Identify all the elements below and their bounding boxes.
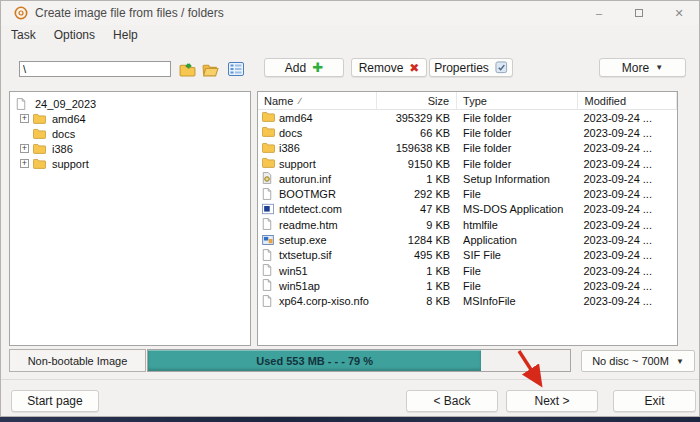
file-row-i386[interactable]: i386159638 KBFile folder2023-09-24 ... [258,141,677,156]
file-size: 9150 KB [377,158,457,170]
file-modified: 2023-09-24 ... [578,203,677,215]
file-name: setup.exe [279,234,327,246]
folder-tree-panel: 24_09_2023+amd64docs+i386+support [9,91,251,346]
file-row-win51ap[interactable]: win51ap1 KBFile2023-09-24 ... [258,278,677,293]
column-header-name[interactable]: Name∕ [258,92,377,109]
file-name: support [279,158,316,170]
file-type: Application [457,234,578,246]
file-modified: 2023-09-24 ... [578,219,677,231]
file-name: BOOTMGR [279,188,336,200]
disc-capacity-value: No disc ~ 700M [592,355,669,367]
file-size: 159638 KB [377,142,457,154]
menu-help[interactable]: Help [113,26,147,44]
file-size: 395329 KB [377,112,457,124]
file-type: SIF File [457,249,578,261]
disc-capacity-select[interactable]: No disc ~ 700M ▼ [581,350,695,372]
file-row-win51[interactable]: win511 KBFile2023-09-24 ... [258,263,677,278]
file-list-panel: Name∕SizeTypeModified amd64395329 KBFile… [257,91,678,346]
file-modified: 2023-09-24 ... [578,234,677,246]
folder-up-icon[interactable] [178,60,196,78]
start-page-button[interactable]: Start page [11,390,99,412]
column-header-type[interactable]: Type [457,92,578,109]
file-row-txtsetup.sif[interactable]: txtsetup.sif495 KBSIF File2023-09-24 ... [258,248,677,263]
menu-options[interactable]: Options [54,26,104,44]
file-name: autorun.inf [279,173,331,185]
file-size: 8 KB [377,295,457,307]
screenshot-root: Create image file from files / folders –… [0,0,700,422]
msdos-icon [262,203,275,216]
back-button[interactable]: < Back [406,390,498,412]
expand-plus-icon[interactable]: + [20,144,29,153]
column-header-modified[interactable]: Modified [578,92,677,109]
details-view-icon[interactable] [227,60,245,78]
add-plus-icon: ✚ [312,60,323,75]
file-row-support[interactable]: support9150 KBFile folder2023-09-24 ... [258,156,677,171]
chevron-down-icon: ▼ [676,357,684,366]
maximize-icon [635,9,643,17]
open-folder-icon[interactable] [201,60,219,78]
file-name: xp64.corp-xiso.nfo [279,295,369,307]
tree-item-i386[interactable]: +i386 [16,141,250,156]
remove-button-label: Remove [359,61,404,75]
exit-button[interactable]: Exit [613,390,696,412]
boot-mode-label: Non-bootable Image [28,355,128,367]
file-row-xp64.corp-xiso.nfo[interactable]: xp64.corp-xiso.nfo8 KBMSInfoFile2023-09-… [258,294,677,309]
app-disc-icon [14,6,28,20]
file-size: 495 KB [377,249,457,261]
file-row-readme.htm[interactable]: readme.htm9 KBhtmlfile2023-09-24 ... [258,217,677,232]
file-type: Setup Information [457,173,578,185]
file-name: win51ap [279,280,320,292]
app-window: Create image file from files / folders –… [0,0,700,417]
file-size: 1284 KB [377,234,457,246]
expand-plus-icon[interactable]: + [20,159,29,168]
file-type: File folder [457,158,578,170]
window-title: Create image file from files / folders [35,6,224,20]
add-button[interactable]: Add ✚ [264,58,344,77]
file-row-setup.exe[interactable]: setup.exe1284 KBApplication2023-09-24 ..… [258,232,677,247]
file-name: docs [279,127,302,139]
close-button[interactable]: ✕ [659,1,699,25]
file-type: File [457,280,578,292]
title-bar: Create image file from files / folders –… [1,1,699,25]
expand-plus-icon[interactable]: + [20,114,29,123]
file-type: MS-DOS Application [457,203,578,215]
file-type: File folder [457,127,578,139]
file-row-amd64[interactable]: amd64395329 KBFile folder2023-09-24 ... [258,110,677,125]
minimize-button[interactable]: – [579,1,619,25]
path-input[interactable] [19,61,171,77]
tree-item-support[interactable]: +support [16,156,250,171]
file-name: amd64 [279,112,313,124]
properties-button[interactable]: Properties [429,58,513,77]
remove-button[interactable]: Remove ✖ [351,58,427,77]
folder-icon [33,158,47,170]
file-modified: 2023-09-24 ... [578,158,677,170]
file-name: txtsetup.sif [279,249,332,261]
file-row-BOOTMGR[interactable]: BOOTMGR292 KBFile2023-09-24 ... [258,186,677,201]
file-icon [262,218,275,231]
file-icon [262,249,275,262]
tree-item-docs[interactable]: docs [16,126,250,141]
more-button[interactable]: More ▼ [599,58,686,77]
folder-icon [262,142,275,155]
file-modified: 2023-09-24 ... [578,173,677,185]
tree-root-label: 24_09_2023 [35,98,96,110]
tree-item-label: docs [52,128,75,140]
maximize-button[interactable] [619,1,659,25]
file-modified: 2023-09-24 ... [578,112,677,124]
file-modified: 2023-09-24 ... [578,249,677,261]
file-row-ntdetect.com[interactable]: ntdetect.com47 KBMS-DOS Application2023-… [258,202,677,217]
tree-item-amd64[interactable]: +amd64 [16,111,250,126]
column-header-size[interactable]: Size [377,92,457,109]
menu-task[interactable]: Task [11,26,45,44]
file-modified: 2023-09-24 ... [578,265,677,277]
tree-root-item[interactable]: 24_09_2023 [16,96,250,111]
tree-item-label: amd64 [52,113,86,125]
capacity-bar-fill: Used 553 MB - - - 79 % [148,350,481,371]
file-icon [262,188,275,201]
file-size: 47 KB [377,203,457,215]
folder-icon [33,128,47,140]
file-row-docs[interactable]: docs66 KBFile folder2023-09-24 ... [258,125,677,140]
next-button[interactable]: Next > [506,390,598,412]
footer-divider [1,379,699,380]
file-row-autorun.inf[interactable]: autorun.inf1 KBSetup Information2023-09-… [258,171,677,186]
